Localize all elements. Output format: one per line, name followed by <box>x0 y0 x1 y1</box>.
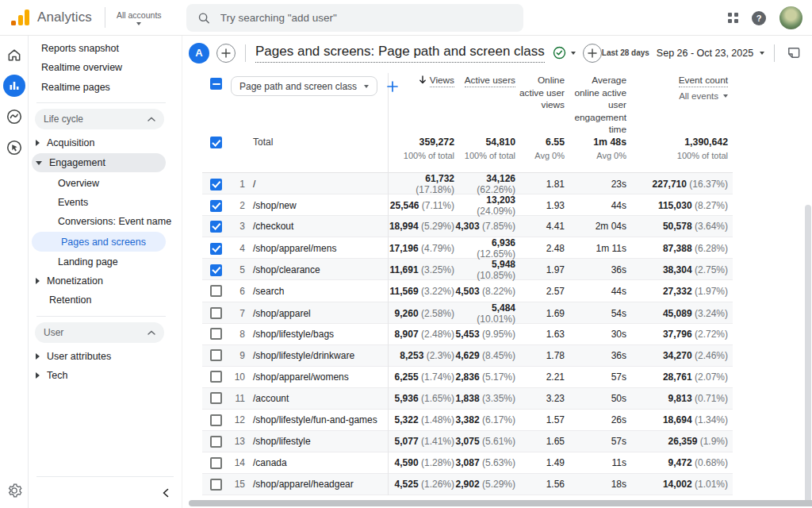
sidebar-section-life-cycle[interactable]: Life cycle <box>35 109 164 129</box>
sidebar-item-engagement[interactable]: Engagement <box>32 153 166 172</box>
report-title[interactable]: Pages and screens: Page path and screen … <box>255 44 545 63</box>
row-online-views: 3.23 <box>515 393 565 404</box>
sidebar-item-user-attributes[interactable]: User attributes <box>29 347 182 366</box>
row-checkbox[interactable] <box>210 414 222 426</box>
event-filter-dropdown[interactable]: All events <box>679 90 728 102</box>
advertising-icon[interactable] <box>3 137 25 159</box>
collapse-sidebar-icon[interactable] <box>157 483 174 502</box>
collapse-arrow-icon[interactable] <box>36 372 40 379</box>
expand-arrow-icon[interactable] <box>36 161 42 165</box>
date-range-picker[interactable]: Sep 26 - Oct 23, 2025 <box>657 48 764 59</box>
row-checkbox[interactable] <box>210 243 222 255</box>
add-note-icon[interactable] <box>786 45 801 60</box>
select-all-checkbox[interactable] <box>210 78 222 90</box>
date-range-label: Sep 26 - Oct 23, 2025 <box>657 48 753 59</box>
row-page-path: /shop/lifestyle/fun-and-games <box>251 414 388 425</box>
row-views: 5,322 (1.48%) <box>388 414 454 425</box>
sidebar-item-label: User attributes <box>47 351 111 362</box>
collapse-arrow-icon[interactable] <box>36 140 40 146</box>
total-checkbox[interactable] <box>210 137 222 148</box>
sidebar-item-pages-and-screens[interactable]: Pages and screens <box>32 232 166 251</box>
row-checkbox[interactable] <box>210 307 222 319</box>
saved-check-icon[interactable] <box>553 46 566 60</box>
row-checkbox[interactable] <box>210 221 222 233</box>
analytics-logo[interactable]: Analytics <box>0 10 92 25</box>
date-caret-icon <box>760 52 764 55</box>
sidebar-item-monetization[interactable]: Monetization <box>29 271 182 291</box>
row-engagement-time: 26s <box>565 414 626 425</box>
row-event-count: 37,796 (2.72%) <box>626 329 733 340</box>
table-row: 1/61,732 (17.18%)34,126 (62.26%)1.8123s2… <box>202 173 733 194</box>
row-views: 11,569 (3.22%) <box>388 286 454 297</box>
horizontal-scrollbar[interactable] <box>189 500 812 506</box>
sidebar-item-acquisition[interactable]: Acquisition <box>29 133 182 152</box>
row-checkbox[interactable] <box>210 285 222 297</box>
table-row: 3/checkout18,994 (5.29%)4,303 (7.85%)4.4… <box>202 216 733 237</box>
vertical-scrollbar[interactable] <box>805 205 811 503</box>
column-header-active-users[interactable]: Active users <box>454 75 515 87</box>
account-switcher-label: All accounts <box>117 10 162 20</box>
row-checkbox[interactable] <box>210 371 222 383</box>
row-event-count: 9,813 (0.71%) <box>626 393 733 404</box>
row-checkbox-cell <box>202 243 231 255</box>
column-header-views[interactable]: Views <box>388 75 454 87</box>
collapse-arrow-icon[interactable] <box>36 353 40 360</box>
user-avatar[interactable] <box>779 6 802 29</box>
property-avatar[interactable]: A <box>189 43 209 64</box>
apps-grid-icon[interactable] <box>728 13 738 23</box>
table-row: 9/shop/lifestyle/drinkware8,253 (2.3%)4,… <box>202 345 733 367</box>
dimension-selector[interactable]: Page path and screen class <box>231 76 377 96</box>
row-checkbox[interactable] <box>210 436 222 448</box>
title-menu-caret-icon[interactable] <box>571 52 576 55</box>
column-header-event-count[interactable]: Event count All events <box>626 75 733 102</box>
sidebar-item-realtime-pages[interactable]: Realtime pages <box>29 78 182 97</box>
row-active-users: 13,203 (24.09%) <box>454 194 515 217</box>
sidebar-item-reports-snapshot[interactable]: Reports snapshot <box>29 39 182 58</box>
sidebar-item-realtime-overview[interactable]: Realtime overview <box>29 58 182 77</box>
help-icon[interactable]: ? <box>752 11 766 25</box>
add-comparison-button[interactable] <box>583 44 602 63</box>
row-checkbox[interactable] <box>210 349 222 361</box>
row-online-views: 1.49 <box>515 457 565 468</box>
row-checkbox-cell <box>202 349 231 361</box>
row-rank: 7 <box>231 308 251 319</box>
home-icon[interactable] <box>3 44 25 66</box>
column-header-avg-engagement[interactable]: Average online active user engagement ti… <box>565 75 626 137</box>
column-header-online-views[interactable]: Online active user views <box>515 75 565 112</box>
sidebar-item-overview[interactable]: Overview <box>29 173 182 192</box>
chevron-down-icon <box>136 22 141 25</box>
row-event-count: 9,472 (0.68%) <box>626 457 733 468</box>
explore-icon[interactable] <box>3 106 25 128</box>
table-row: 8/shop/lifestyle/bags8,907 (2.48%)5,453 … <box>202 324 733 345</box>
admin-gear-icon[interactable] <box>0 483 29 498</box>
row-checkbox[interactable] <box>210 200 222 212</box>
sidebar-section-user[interactable]: User <box>35 322 164 343</box>
sidebar-item-tech[interactable]: Tech <box>29 366 182 385</box>
row-checkbox-cell <box>202 264 231 276</box>
row-checkbox[interactable] <box>210 179 222 190</box>
row-checkbox[interactable] <box>210 328 222 340</box>
sidebar-item-retention[interactable]: Retention <box>29 291 182 310</box>
add-report-button[interactable] <box>216 44 236 63</box>
event-filter-caret-icon <box>723 94 728 98</box>
row-checkbox[interactable] <box>210 457 222 469</box>
sidebar-divider <box>36 316 166 317</box>
sidebar-item-events[interactable]: Events <box>29 193 182 212</box>
row-checkbox-cell <box>202 436 231 448</box>
reports-icon[interactable] <box>3 75 25 97</box>
sidebar-item-landing-page[interactable]: Landing page <box>29 252 182 271</box>
row-page-path: /shop/lifestyle <box>251 436 388 447</box>
row-checkbox[interactable] <box>210 392 222 404</box>
collapse-arrow-icon[interactable] <box>36 278 40 284</box>
row-checkbox-cell <box>202 457 231 469</box>
row-active-users: 6,936 (12.65%) <box>454 237 515 260</box>
account-switcher[interactable]: All accounts <box>117 10 162 25</box>
row-checkbox[interactable] <box>210 479 222 491</box>
search-input[interactable] <box>220 12 512 24</box>
row-online-views: 2.48 <box>515 243 565 254</box>
search-bar[interactable] <box>186 4 523 32</box>
table-row: 6/search11,569 (3.22%)4,503 (8.22%)2.574… <box>202 280 733 302</box>
sidebar-item-conversions-event-name[interactable]: Conversions: Event name <box>29 212 182 231</box>
row-checkbox[interactable] <box>210 264 222 276</box>
row-views: 4,590 (1.28%) <box>388 457 454 468</box>
